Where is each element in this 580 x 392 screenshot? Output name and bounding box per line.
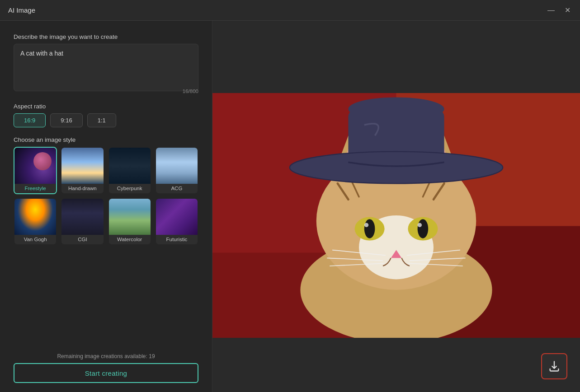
style-item-watercolor[interactable]: Watercolor	[108, 198, 151, 245]
style-item-cgi[interactable]: CGI	[61, 198, 104, 245]
aspect-ratio-section: Aspect ratio 16:9 9:16 1:1	[14, 103, 198, 127]
cat-image	[212, 93, 580, 338]
style-item-freestyle[interactable]: Freestyle	[14, 147, 57, 194]
aspect-btn-1-1[interactable]: 1:1	[87, 113, 116, 127]
main-content: Describe the image you want to create A …	[0, 21, 580, 392]
style-label-watercolor: Watercolor	[109, 235, 151, 244]
remaining-text: Remaining image creations available: 19	[14, 353, 198, 359]
aspect-ratio-label: Aspect ratio	[14, 103, 198, 110]
aspect-btn-9-16[interactable]: 9:16	[50, 113, 82, 127]
style-item-vangogh[interactable]: Van Gogh	[14, 198, 57, 245]
style-label-handdrawn: Hand-drawn	[61, 184, 103, 193]
prompt-label: Describe the image you want to create	[14, 33, 198, 40]
style-label-futuristic: Futuristic	[156, 235, 198, 244]
prompt-section: Describe the image you want to create A …	[14, 33, 198, 94]
style-item-handdrawn[interactable]: Hand-drawn	[61, 147, 104, 194]
generated-image-area	[212, 93, 580, 338]
window-title: AI Image	[8, 6, 35, 14]
style-label-vangogh: Van Gogh	[14, 235, 56, 244]
aspect-ratio-group: 16:9 9:16 1:1	[14, 113, 198, 127]
start-creating-button[interactable]: Start creating	[14, 363, 198, 383]
image-bottom-area	[212, 338, 580, 392]
title-bar: AI Image — ✕	[0, 0, 580, 21]
prompt-textarea[interactable]: A cat with a hat	[14, 44, 198, 91]
style-label-acg: ACG	[156, 184, 198, 193]
svg-point-30	[348, 97, 444, 121]
style-label-cyberpunk: Cyberpunk	[109, 184, 151, 193]
close-button[interactable]: ✕	[563, 6, 572, 15]
image-top-area	[212, 21, 580, 93]
style-label: Choose an image style	[14, 136, 198, 143]
style-label-cgi: CGI	[61, 235, 103, 244]
bottom-area: Remaining image creations available: 19 …	[14, 353, 198, 383]
style-item-cyberpunk[interactable]: Cyberpunk	[108, 147, 151, 194]
svg-point-18	[418, 219, 429, 238]
download-button[interactable]	[541, 353, 567, 379]
download-icon	[548, 360, 561, 373]
style-grid: Freestyle Hand-drawn Cyberpunk	[14, 147, 198, 245]
right-panel	[212, 21, 580, 392]
aspect-btn-16-9[interactable]: 16:9	[14, 113, 46, 127]
style-item-acg[interactable]: ACG	[155, 147, 198, 194]
style-label-freestyle: Freestyle	[14, 184, 56, 193]
title-bar-controls: — ✕	[547, 6, 572, 15]
svg-point-17	[364, 219, 375, 238]
svg-point-20	[418, 223, 422, 227]
svg-point-19	[364, 223, 368, 227]
left-panel: Describe the image you want to create A …	[0, 21, 212, 392]
minimize-button[interactable]: —	[547, 6, 556, 15]
style-section: Choose an image style Freestyle	[14, 136, 198, 245]
style-item-futuristic[interactable]: Futuristic	[155, 198, 198, 245]
